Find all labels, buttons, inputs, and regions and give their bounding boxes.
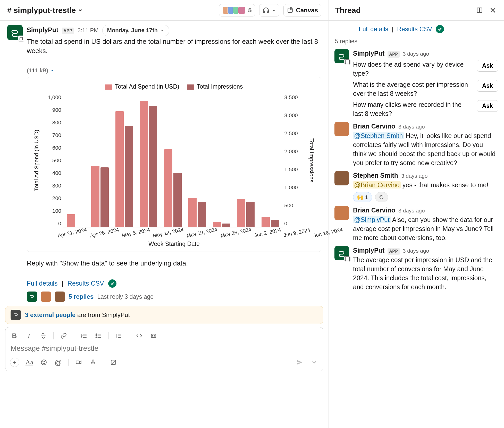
shortcuts-button[interactable]: [109, 358, 118, 367]
bar-group: [259, 93, 281, 227]
bot-avatar[interactable]: [7, 25, 23, 40]
mention-button[interactable]: @: [54, 358, 63, 367]
bar-impressions: [198, 202, 206, 227]
svg-point-21: [382, 197, 382, 197]
x-tick: May 5, 2024: [121, 226, 150, 239]
y-tick: 1,500: [284, 166, 298, 173]
svg-point-11: [43, 362, 43, 362]
audio-button[interactable]: [89, 358, 97, 367]
thread-full-details-link[interactable]: Full details: [359, 25, 388, 33]
bot-avatar[interactable]: [334, 49, 349, 63]
format-toggle-button[interactable]: Aa: [25, 358, 34, 367]
file-size-row[interactable]: (111 kB): [27, 67, 321, 75]
mention[interactable]: @Brian Cervino: [353, 181, 401, 189]
suggestion-text: How many clicks were recorded in the las…: [353, 100, 473, 118]
canvas-button[interactable]: Canvas: [283, 4, 321, 16]
user-avatar[interactable]: [334, 171, 349, 185]
y-tick: 0: [58, 220, 61, 227]
app-tag: APP: [388, 248, 399, 255]
chart-legend: Total Ad Spend (in USD) Total Impression…: [32, 82, 316, 91]
external-people-notice[interactable]: 3 external people are from SimplyPut: [5, 306, 323, 324]
bar-ad-spend: [140, 101, 148, 227]
thread-author[interactable]: Stephen Smith: [353, 171, 398, 180]
thread-message: Brian Cervino3 days ago@SimplyPut Also, …: [334, 206, 498, 242]
close-thread-button[interactable]: [488, 5, 498, 15]
bot-avatar[interactable]: [334, 246, 349, 260]
svg-rect-1: [267, 11, 268, 13]
message-author[interactable]: SimplyPut: [27, 25, 58, 35]
link-button[interactable]: [59, 331, 68, 340]
ask-button[interactable]: Ask: [477, 60, 498, 72]
user-avatar[interactable]: [334, 122, 349, 136]
reply-avatar-user: [41, 292, 51, 302]
app-tag: APP: [388, 51, 399, 58]
reply-count: 5 replies: [69, 292, 94, 301]
bar-ad-spend: [67, 214, 75, 227]
legend-item-1: Total Impressions: [197, 83, 243, 90]
x-axis-label: Week Starting Date: [32, 240, 316, 248]
chevron-down-icon: [272, 8, 276, 12]
external-people-link[interactable]: 3 external people: [25, 311, 75, 318]
bold-button[interactable]: B: [10, 331, 19, 340]
thread-time: 3 days ago: [403, 50, 429, 57]
message-input[interactable]: [9, 342, 320, 356]
thread-results-csv-link[interactable]: Results CSV: [397, 25, 432, 33]
date-chip[interactable]: Monday, June 17th: [102, 25, 169, 36]
bar-group: [89, 93, 111, 227]
bullet-list-button[interactable]: [94, 331, 103, 340]
add-reaction-button[interactable]: [375, 192, 388, 202]
file-size-text: (111 kB): [27, 67, 48, 75]
replies-thread-link[interactable]: 5 replies Last reply 3 days ago: [27, 292, 321, 302]
separator: [27, 274, 321, 274]
ordered-list-button[interactable]: [80, 331, 88, 340]
message-time[interactable]: 3:11 PM: [78, 27, 99, 35]
thread-title: Thread: [335, 5, 471, 16]
send-options-button[interactable]: [310, 358, 318, 367]
bar-ad-spend: [262, 217, 270, 227]
video-button[interactable]: [74, 358, 83, 367]
user-avatar[interactable]: [334, 206, 349, 220]
channel-name-button[interactable]: # simplyput-trestle: [7, 5, 83, 16]
attach-button[interactable]: +: [10, 358, 19, 367]
bar-group: [186, 93, 208, 227]
chart-attachment[interactable]: Total Ad Spend (in USD) Total Impression…: [27, 77, 321, 252]
bar-group: [235, 93, 257, 227]
chevron-down-icon: [160, 28, 164, 32]
bar-ad-spend: [164, 149, 172, 227]
codeblock-button[interactable]: [149, 331, 158, 340]
members-pill[interactable]: 5: [219, 4, 255, 16]
ask-button[interactable]: Ask: [477, 80, 498, 92]
mention[interactable]: @SimplyPut: [353, 216, 391, 223]
full-details-link[interactable]: Full details: [27, 279, 58, 288]
mention[interactable]: @Stephen Smith: [353, 132, 404, 139]
thread-text: The average cost per impression in USD a…: [353, 255, 498, 292]
italic-button[interactable]: I: [24, 331, 33, 340]
y-tick: 1,000: [48, 93, 61, 101]
thread-author[interactable]: SimplyPut: [353, 49, 384, 58]
org-icon: [11, 310, 21, 320]
open-in-new-button[interactable]: [475, 5, 484, 15]
reaction[interactable]: 🙌 1: [353, 192, 372, 202]
svg-rect-4: [20, 37, 23, 40]
suggestion-row: How does the ad spend vary by device typ…: [353, 60, 498, 78]
strike-button[interactable]: [39, 331, 48, 340]
code-button[interactable]: [135, 331, 144, 340]
thread-author[interactable]: Brian Cervino: [353, 122, 395, 131]
instruction-text: Reply with "Show the data" to see the un…: [27, 259, 321, 268]
svg-marker-5: [51, 70, 53, 71]
y-axis-left-label: Total Ad Spend (in USD): [32, 93, 42, 227]
thread-author[interactable]: SimplyPut: [353, 246, 384, 255]
separator: [27, 62, 321, 62]
emoji-button[interactable]: [39, 358, 48, 367]
thread-time: 3 days ago: [403, 247, 429, 254]
svg-point-20: [380, 197, 381, 197]
thread-top-links: Full details | Results CSV: [359, 25, 498, 33]
ask-button[interactable]: Ask: [477, 100, 498, 112]
results-csv-link[interactable]: Results CSV: [68, 279, 104, 288]
send-button[interactable]: [295, 358, 304, 367]
bar-ad-spend: [91, 166, 99, 227]
bar-group: [162, 93, 184, 227]
blockquote-button[interactable]: [114, 331, 123, 340]
thread-author[interactable]: Brian Cervino: [353, 206, 395, 215]
huddle-button[interactable]: [259, 4, 279, 16]
